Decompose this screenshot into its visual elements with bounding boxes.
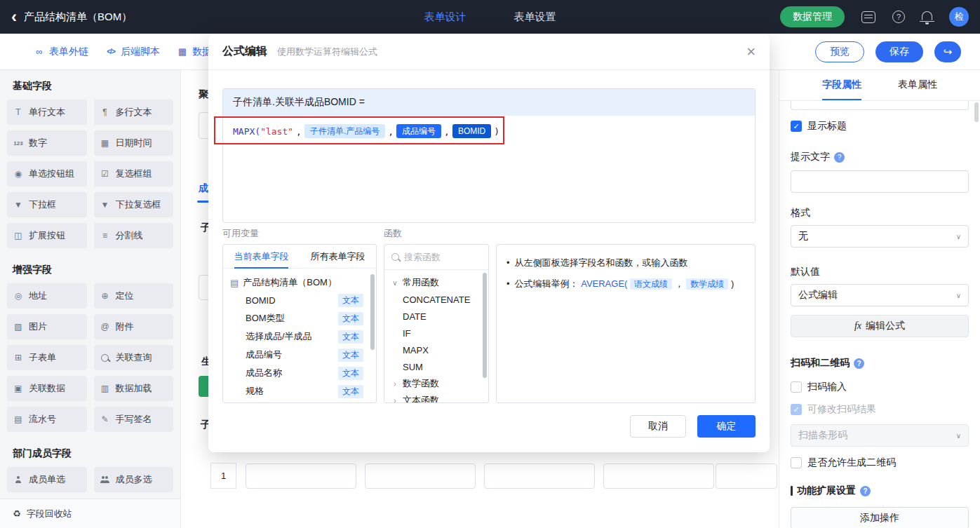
formula-field-tag[interactable]: 子件清单.产品编号 bbox=[304, 124, 385, 138]
scan-help-icon[interactable]: ? bbox=[854, 358, 864, 369]
tile-member-multi[interactable]: 成员多选 bbox=[94, 467, 174, 492]
hint-help-icon[interactable]: ? bbox=[834, 152, 845, 163]
hint-text-input[interactable] bbox=[791, 170, 969, 193]
data-load-icon: ▥ bbox=[100, 384, 111, 393]
tile-checkbox-group[interactable]: ☑复选框组 bbox=[94, 161, 174, 187]
clipped-input-fragment[interactable] bbox=[791, 101, 969, 110]
notification-bell-icon[interactable] bbox=[922, 11, 932, 20]
variables-scrollbar[interactable] bbox=[370, 274, 375, 350]
tile-address[interactable]: ◎地址 bbox=[7, 283, 87, 309]
tile-dropdown-multi[interactable]: ▼下拉复选框 bbox=[94, 192, 174, 217]
tile-extend-button[interactable]: ◫扩展按钮 bbox=[7, 223, 87, 248]
scan-mode-select[interactable]: 扫描条形码 ∨ bbox=[791, 424, 969, 447]
tile-lookup-query[interactable]: 关联查询 bbox=[94, 345, 174, 370]
tile-attachment[interactable]: @附件 bbox=[94, 314, 174, 339]
help-icon[interactable]: ? bbox=[892, 11, 905, 23]
back-chevron-icon[interactable]: ‹ bbox=[11, 8, 17, 25]
variable-item[interactable]: BOMID文本 bbox=[230, 291, 372, 309]
variables-root-node[interactable]: ▤ 产品结构清单（BOM） bbox=[230, 274, 372, 291]
divider-icon: ≡ bbox=[100, 231, 111, 241]
subform-cell-input[interactable] bbox=[603, 463, 714, 489]
subform-cell-input[interactable] bbox=[716, 463, 777, 489]
data-manage-button[interactable]: 数据管理 bbox=[780, 6, 845, 27]
function-item[interactable]: CONCATENATE bbox=[391, 291, 485, 308]
close-icon[interactable]: × bbox=[746, 44, 756, 60]
tile-divider[interactable]: ≡分割线 bbox=[94, 223, 174, 248]
show-title-checkbox[interactable]: ✓ bbox=[791, 121, 802, 132]
external-link-button[interactable]: ∞ 表单外链 bbox=[34, 46, 88, 58]
variable-item[interactable]: BOM类型文本 bbox=[230, 309, 372, 327]
scan-input-checkbox[interactable] bbox=[791, 381, 802, 393]
tile-number[interactable]: 123数字 bbox=[7, 130, 87, 156]
tile-label: 下拉复选框 bbox=[116, 198, 161, 211]
default-value-select[interactable]: 公式编辑 ∨ bbox=[791, 284, 969, 306]
save-button[interactable]: 保存 bbox=[875, 41, 923, 62]
function-item[interactable]: IF bbox=[391, 325, 485, 341]
formula-field-tag-selected[interactable]: BOMID bbox=[452, 124, 491, 138]
function-group-math[interactable]: › 数学函数 bbox=[391, 375, 485, 392]
subform-cell-input[interactable] bbox=[246, 463, 356, 489]
formula-editor-area[interactable]: MAPX( "last" , 子件清单.产品编号 , 成品编号 , BOMID … bbox=[223, 116, 755, 147]
field-recycle-bin[interactable]: ♻ 字段回收站 bbox=[0, 499, 180, 528]
scan-editable-checkbox[interactable]: ✓ bbox=[791, 404, 802, 415]
format-label-row: 格式 bbox=[791, 207, 969, 219]
qr-allow-checkbox[interactable] bbox=[791, 457, 802, 468]
tile-label: 关联数据 bbox=[29, 382, 65, 395]
share-button[interactable]: ↪ bbox=[934, 41, 961, 62]
type-badge: 文本 bbox=[338, 330, 363, 344]
tile-label: 单行文本 bbox=[29, 106, 65, 119]
tile-linked-data[interactable]: ▣关联数据 bbox=[7, 376, 87, 401]
avatar[interactable]: 检 bbox=[949, 7, 969, 27]
formula-comma: , bbox=[388, 126, 394, 137]
formula-field-tag[interactable]: 成品编号 bbox=[396, 124, 441, 138]
variable-item[interactable]: 成品名称文本 bbox=[230, 364, 372, 382]
preview-button[interactable]: 预览 bbox=[815, 41, 864, 62]
function-group-text[interactable]: › 文本函数 bbox=[391, 392, 485, 403]
tab-form-properties[interactable]: 表单属性 bbox=[898, 70, 937, 100]
tile-image[interactable]: ▨图片 bbox=[7, 314, 87, 339]
subform-cell-input[interactable] bbox=[365, 463, 476, 489]
function-item[interactable]: SUM bbox=[391, 358, 485, 375]
tab-field-properties[interactable]: 字段属性 bbox=[822, 70, 861, 100]
add-action-button[interactable]: 添加操作 bbox=[791, 507, 969, 528]
tile-radio-group[interactable]: ◉单选按钮组 bbox=[7, 161, 87, 187]
formula-function-token[interactable]: MAPX( bbox=[233, 126, 260, 137]
function-item[interactable]: DATE bbox=[391, 308, 485, 325]
tile-multi-line-text[interactable]: ¶多行文本 bbox=[94, 100, 174, 125]
format-select[interactable]: 无 ∨ bbox=[791, 225, 969, 248]
functions-tree: ∨ 常用函数 CONCATENATE DATE IF MAPX SUM › 数学… bbox=[384, 270, 488, 403]
tile-datetime[interactable]: ▦日期时间 bbox=[94, 130, 174, 156]
tile-member-single[interactable]: 成员单选 bbox=[7, 467, 87, 492]
tile-single-line-text[interactable]: T单行文本 bbox=[7, 100, 87, 125]
backend-script-button[interactable]: </> 后端脚本 bbox=[105, 46, 160, 58]
tile-dropdown[interactable]: ▼下拉框 bbox=[7, 192, 87, 217]
tile-signature[interactable]: ✎手写签名 bbox=[94, 407, 174, 432]
function-group-common[interactable]: ∨ 常用函数 bbox=[391, 274, 485, 291]
function-search-input[interactable]: 搜索函数 bbox=[384, 245, 488, 270]
tile-serial-number[interactable]: ▤流水号 bbox=[7, 407, 87, 432]
tile-location[interactable]: ⊕定位 bbox=[94, 283, 174, 309]
functions-scrollbar[interactable] bbox=[483, 273, 487, 378]
tile-subform[interactable]: ⊞子表单 bbox=[7, 345, 87, 370]
subform-cell-input[interactable] bbox=[484, 463, 595, 489]
variable-item[interactable]: 选择成品/半成品文本 bbox=[230, 327, 372, 346]
edit-formula-button[interactable]: fx 编辑公式 bbox=[791, 315, 969, 337]
tab-form-design[interactable]: 表单设计 bbox=[424, 11, 466, 24]
function-item[interactable]: MAPX bbox=[391, 341, 485, 358]
subform-tab-fragment[interactable]: 成 bbox=[199, 182, 208, 195]
tile-data-load[interactable]: ▥数据加载 bbox=[94, 376, 174, 401]
variable-item[interactable]: 成品编号文本 bbox=[230, 346, 372, 364]
confirm-button[interactable]: 确定 bbox=[697, 415, 756, 438]
formula-string-token[interactable]: "last" bbox=[260, 126, 293, 137]
app-switcher-icon[interactable] bbox=[861, 11, 875, 23]
extension-help-icon[interactable]: ? bbox=[860, 486, 871, 496]
variable-item[interactable]: 规格文本 bbox=[230, 382, 372, 400]
chevron-down-icon: ∨ bbox=[956, 233, 961, 241]
tile-label: 复选框组 bbox=[116, 168, 152, 180]
tab-all-form-fields[interactable]: 所有表单字段 bbox=[300, 245, 376, 268]
cancel-button[interactable]: 取消 bbox=[630, 415, 686, 438]
tab-form-settings[interactable]: 表单设置 bbox=[514, 11, 556, 24]
variables-tabs: 当前表单字段 所有表单字段 bbox=[223, 245, 376, 269]
tab-current-form-fields[interactable]: 当前表单字段 bbox=[223, 245, 300, 268]
tile-label: 数据加载 bbox=[116, 382, 152, 395]
